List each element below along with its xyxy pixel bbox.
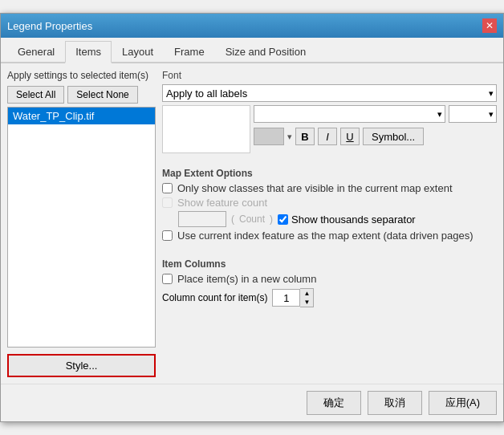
col-count-spinner: 1 ▲ ▼ [272,288,314,307]
count-bracket-close: ) [270,213,273,225]
font-section-label: Font [162,70,497,81]
bold-button[interactable]: B [295,128,315,145]
font-color-box[interactable] [254,128,284,145]
col-count-label: Column count for item(s) [162,292,267,303]
show-thousands-label: Show thousands separator [291,213,416,226]
font-section: Font Apply to all labels [162,70,497,157]
title-bar: Legend Properties ✕ [1,14,503,38]
right-panel: Font Apply to all labels [162,70,497,377]
font-format-row: ▾ B I U Symbol... [254,128,497,145]
tab-frame[interactable]: Frame [164,41,215,62]
font-size-select[interactable] [449,105,497,123]
font-size-select-wrapper[interactable] [449,105,497,123]
font-name-select[interactable] [254,105,445,123]
use-current-index-checkbox[interactable] [162,230,173,241]
selection-buttons: Select All Select None [7,86,156,104]
tab-items[interactable]: Items [65,41,112,63]
select-all-button[interactable]: Select All [7,86,64,104]
show-feature-count-label: Show feature count [177,197,267,209]
show-feature-count-checkbox[interactable] [162,197,173,208]
col-count-input[interactable]: 1 [272,289,300,307]
left-panel: Apply settings to selected item(s) Selec… [7,70,156,377]
spinner-up-button[interactable]: ▲ [300,289,313,298]
style-button[interactable]: Style... [7,354,156,377]
underline-button[interactable]: U [340,128,360,145]
show-thousands-checkbox[interactable] [278,214,288,225]
show-feature-count-row: Show feature count [162,197,497,209]
only-show-classes-label: Only show classes that are visible in th… [177,182,453,194]
font-apply-select-wrapper[interactable]: Apply to all labels [162,84,497,102]
font-apply-select[interactable]: Apply to all labels [162,84,497,102]
tab-size-and-position[interactable]: Size and Position [215,41,316,62]
tab-bar: General Items Layout Frame Size and Posi… [1,38,503,63]
only-show-classes-checkbox[interactable] [162,183,173,193]
place-new-column-label: Place item(s) in a new column [177,273,316,285]
apply-button[interactable]: 应用(A) [429,391,497,415]
font-preview [162,105,250,153]
place-new-column-row: Place item(s) in a new column [162,273,497,285]
symbol-button[interactable]: Symbol... [363,128,424,145]
count-row: ( Count ) Show thousands separator [162,211,497,227]
cancel-button[interactable]: 取消 [368,391,422,415]
footer: 确定 取消 应用(A) [1,384,503,421]
tab-layout[interactable]: Layout [112,41,164,62]
close-button[interactable]: ✕ [482,18,497,33]
italic-button[interactable]: I [318,128,337,145]
only-show-classes-row: Only show classes that are visible in th… [162,182,497,194]
use-current-index-row: Use current index feature as the map ext… [162,230,497,242]
count-input[interactable] [178,211,226,227]
use-current-index-label: Use current index feature as the map ext… [177,230,474,242]
place-new-column-checkbox[interactable] [162,274,173,284]
count-label: Count [239,213,265,225]
tab-general[interactable]: General [7,41,65,62]
apply-settings-label: Apply settings to selected item(s) [7,70,156,81]
font-name-select-wrapper[interactable] [254,105,445,123]
list-item[interactable]: Water_TP_Clip.tif [8,108,155,124]
thousands-separator-row: Show thousands separator [278,213,416,226]
window-title: Legend Properties [7,20,92,32]
select-none-button[interactable]: Select None [67,86,137,104]
spinner-down-button[interactable]: ▼ [300,298,313,307]
item-columns-section: Item Columns Place item(s) in a new colu… [162,254,497,307]
map-extent-label: Map Extent Options [162,168,497,179]
spinner-buttons: ▲ ▼ [300,288,314,307]
main-content: Apply settings to selected item(s) Selec… [1,63,503,384]
count-bracket-open: ( [231,213,234,225]
item-columns-label: Item Columns [162,258,497,270]
map-extent-section: Map Extent Options Only show classes tha… [162,163,497,244]
legend-properties-window: Legend Properties ✕ General Items Layout… [0,13,504,422]
column-count-row: Column count for item(s) 1 ▲ ▼ [162,288,497,307]
ok-button[interactable]: 确定 [307,391,361,415]
items-list[interactable]: Water_TP_Clip.tif [7,107,156,348]
